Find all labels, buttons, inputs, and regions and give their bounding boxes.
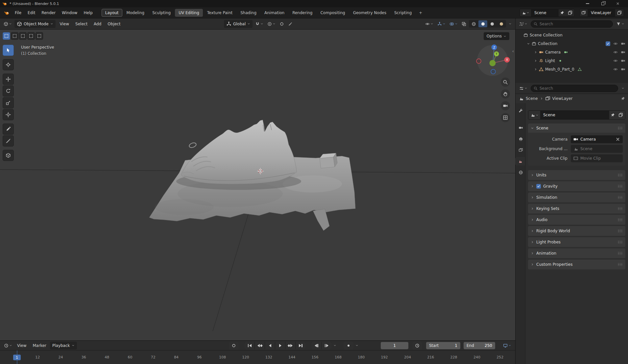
viewport-menu-item[interactable]: View	[57, 20, 72, 28]
panel-drag-icon[interactable]	[617, 252, 623, 255]
toggle-ortho-button[interactable]	[501, 113, 510, 122]
scene-id-pin-button[interactable]	[609, 111, 616, 119]
3d-viewport[interactable]: Options User Perspective (1) Collection	[0, 30, 515, 340]
timeline-menu-item[interactable]: Marker	[30, 342, 49, 349]
background-scene-field[interactable]: Scene	[571, 145, 623, 153]
scene-browse-button[interactable]	[528, 111, 540, 119]
zoom-button[interactable]	[501, 78, 510, 87]
shading-wireframe-button[interactable]	[469, 20, 478, 27]
viewlayer-icon-button[interactable]	[580, 9, 588, 16]
outliner-filter-button[interactable]	[615, 21, 626, 27]
shading-solid-button[interactable]	[478, 20, 487, 27]
keying-set-button[interactable]	[344, 342, 353, 349]
scale-tool[interactable]	[3, 97, 14, 108]
properties-tab-scene[interactable]	[515, 157, 525, 166]
panel-gravity[interactable]: Gravity	[528, 181, 625, 191]
gizmo-negative-x[interactable]	[476, 59, 481, 63]
playback-popover[interactable]: Playback	[50, 342, 77, 350]
workspace-tab-layout[interactable]: Layout	[102, 9, 122, 17]
disable-in-renders-toggle[interactable]	[621, 58, 625, 63]
object-visibility-button[interactable]	[424, 21, 435, 27]
hide-in-viewport-toggle[interactable]	[613, 67, 618, 72]
snapping-button[interactable]	[254, 21, 265, 27]
show-overlays-button[interactable]	[448, 21, 459, 27]
properties-tab-render[interactable]	[516, 124, 525, 132]
outliner-row-mesh[interactable]: Mesh_0_Part_0	[516, 65, 628, 74]
disable-in-renders-toggle[interactable]	[621, 41, 625, 46]
move-tool[interactable]	[3, 74, 14, 85]
jump-to-start-button[interactable]	[245, 342, 254, 349]
main-menu-item[interactable]: Render	[38, 9, 59, 16]
rotate-tool[interactable]	[3, 85, 14, 97]
use-preview-range-button[interactable]	[412, 342, 422, 349]
close-button[interactable]	[610, 0, 625, 7]
auto-keying-toggle[interactable]	[229, 342, 239, 349]
outliner-row-scene-collection[interactable]: Scene Collection	[516, 31, 628, 39]
properties-tab-output[interactable]	[516, 135, 525, 143]
properties-options-button[interactable]	[620, 86, 626, 91]
step-options-button[interactable]	[332, 343, 338, 348]
viewport-canvas[interactable]	[0, 30, 515, 340]
workspace-tab-texture-paint[interactable]: Texture Paint	[204, 9, 236, 17]
jump-to-end-button[interactable]	[296, 342, 305, 349]
chevron-down-icon[interactable]	[527, 42, 530, 45]
current-frame-field[interactable]: 1	[381, 342, 408, 349]
panel-drag-icon[interactable]	[617, 241, 623, 243]
minimize-button[interactable]	[580, 0, 595, 7]
workspace-tab-uv-editing[interactable]: UV Editing	[175, 9, 203, 17]
panel-keying-sets[interactable]: Keying Sets	[528, 204, 625, 214]
viewport-menu-item[interactable]: Select	[72, 20, 90, 28]
shading-rendered-button[interactable]	[497, 20, 506, 27]
scene-name-field[interactable]: Scene	[531, 9, 559, 16]
pin-icon[interactable]	[621, 97, 625, 101]
camera-field[interactable]: Camera	[571, 135, 623, 143]
transform-orientation-selector[interactable]: Global	[224, 20, 253, 28]
scene-pin-button[interactable]	[559, 9, 566, 16]
panel-drag-icon[interactable]	[617, 207, 623, 210]
chevron-right-icon[interactable]	[534, 59, 537, 62]
end-frame-field[interactable]: End250	[464, 342, 495, 349]
scene-new-button[interactable]	[566, 9, 574, 16]
properties-tab-tool[interactable]	[516, 106, 525, 115]
outliner-editor-type-button[interactable]	[518, 21, 529, 27]
pan-button[interactable]	[501, 89, 510, 99]
workspace-tab-shading[interactable]: Shading	[237, 9, 260, 17]
shading-options-button[interactable]	[507, 21, 513, 26]
select-set-button[interactable]	[3, 32, 10, 40]
frame-back-button[interactable]	[311, 342, 321, 349]
add-workspace-button[interactable]: +	[416, 9, 425, 17]
properties-editor-type-button[interactable]	[518, 85, 529, 92]
editor-type-button[interactable]	[2, 21, 13, 27]
select-subtract-button[interactable]	[19, 32, 27, 40]
add-cube-tool[interactable]	[3, 150, 14, 161]
blender-menu-button[interactable]	[3, 10, 11, 16]
gizmo-negative-z[interactable]	[491, 69, 495, 74]
mode-selector[interactable]: Object Mode	[14, 20, 56, 28]
workspace-tab-compositing[interactable]: Compositing	[317, 9, 349, 17]
show-gizmos-button[interactable]	[436, 21, 447, 27]
viewlayer-name-field[interactable]: ViewLayer	[588, 9, 615, 16]
panel-simulation[interactable]: Simulation	[528, 193, 625, 202]
panel-rigid-body-world[interactable]: Rigid Body World	[528, 226, 625, 236]
workspace-tab-geometry-nodes[interactable]: Geometry Nodes	[350, 9, 390, 17]
keying-options-button[interactable]	[354, 343, 360, 348]
playhead[interactable]: 1	[13, 354, 21, 360]
panel-drag-icon[interactable]	[617, 174, 623, 176]
outliner-search-input[interactable]: Search	[531, 20, 613, 28]
outliner-row-camera[interactable]: Camera	[516, 48, 628, 57]
disable-in-renders-toggle[interactable]	[621, 50, 625, 55]
panel-audio[interactable]: Audio	[528, 215, 625, 225]
measure-tool[interactable]	[3, 135, 14, 147]
panel-drag-icon[interactable]	[617, 127, 623, 129]
select-box-tool[interactable]	[3, 45, 14, 56]
breadcrumb-scene[interactable]: Scene	[526, 96, 538, 101]
main-menu-item[interactable]: Window	[59, 9, 80, 16]
chevron-right-icon[interactable]	[534, 68, 537, 71]
sidebar-toggle[interactable]: ‹	[512, 49, 514, 54]
panel-drag-icon[interactable]	[617, 185, 623, 188]
panel-animation[interactable]: Animation	[528, 248, 625, 258]
proportional-projected-button[interactable]	[287, 21, 294, 27]
panel-drag-icon[interactable]	[617, 218, 623, 221]
workspace-tab-modeling[interactable]: Modeling	[123, 9, 148, 17]
properties-tab-world[interactable]	[516, 168, 525, 177]
